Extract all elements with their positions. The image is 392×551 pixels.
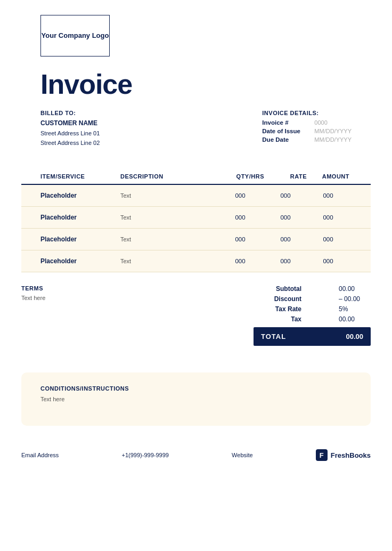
table-row: Placeholder Text 000 000 000	[21, 250, 371, 272]
customer-name: CUSTOMER NAME	[40, 119, 100, 127]
logo-box: Your Company Logo	[40, 15, 110, 56]
total-val: 00.00	[346, 333, 363, 341]
tax-row: Tax 00.00	[254, 315, 371, 323]
summary-section: TERMS Text here Subtotal 00.00 Discount …	[21, 285, 371, 346]
address-line-1: Street Address Line 01	[40, 129, 100, 139]
discount-row: Discount – 00.00	[254, 295, 371, 303]
subtotal-val: 00.00	[339, 285, 371, 293]
rate-0: 000	[264, 192, 307, 199]
col-rate: RATE	[264, 173, 307, 180]
item-3: Placeholder	[40, 257, 120, 265]
billed-to-label: BILLED TO:	[40, 110, 100, 116]
invoice-number-key: Invoice #	[262, 119, 310, 126]
invoice-due-val: MM/DD/YYYY	[314, 136, 352, 143]
col-amount: AMOUNT	[307, 173, 349, 180]
rate-1: 000	[264, 214, 307, 221]
desc-2: Text	[120, 236, 216, 242]
col-qty: QTY/HRS	[216, 173, 264, 180]
amount-1: 000	[307, 214, 349, 221]
footer-website: Website	[232, 452, 253, 458]
address-line-2: Street Address Line 02	[40, 139, 100, 148]
freshbooks-logo: F FreshBooks	[316, 449, 371, 461]
conditions-text: Text here	[40, 396, 352, 402]
freshbooks-icon-letter: F	[320, 451, 324, 459]
invoice-issue-key: Date of Issue	[262, 128, 310, 134]
invoice-issue-row: Date of Issue MM/DD/YYYY	[262, 128, 352, 134]
logo-text: Your Company Logo	[42, 31, 109, 40]
freshbooks-name: FreshBooks	[331, 451, 371, 459]
item-0: Placeholder	[40, 192, 120, 199]
billed-to: BILLED TO: CUSTOMER NAME Street Address …	[40, 110, 100, 148]
invoice-issue-val: MM/DD/YYYY	[314, 128, 352, 134]
invoice-page: Your Company Logo Invoice BILLED TO: CUS…	[0, 15, 392, 551]
totals-block: Subtotal 00.00 Discount – 00.00 Tax Rate…	[254, 285, 371, 346]
qty-2: 000	[216, 236, 264, 242]
terms-block: TERMS Text here	[21, 285, 45, 301]
tax-rate-val: 5%	[339, 305, 371, 313]
item-1: Placeholder	[40, 214, 120, 221]
invoice-due-key: Due Date	[262, 136, 310, 143]
qty-0: 000	[216, 192, 264, 199]
item-2: Placeholder	[40, 236, 120, 243]
desc-3: Text	[120, 258, 216, 264]
terms-label: TERMS	[21, 285, 45, 291]
invoice-number-row: Invoice # 0000	[262, 119, 352, 126]
amount-3: 000	[307, 258, 349, 264]
invoice-details: INVOICE DETAILS: Invoice # 0000 Date of …	[262, 110, 352, 148]
subtotal-key: Subtotal	[254, 285, 301, 293]
tax-rate-key: Tax Rate	[254, 305, 301, 313]
table-row: Placeholder Text 000 000 000	[21, 229, 371, 250]
rate-3: 000	[264, 258, 307, 264]
tax-key: Tax	[254, 315, 301, 323]
discount-val: – 00.00	[339, 295, 371, 303]
conditions-section: CONDITIONS/INSTRUCTIONS Text here	[21, 372, 371, 426]
qty-1: 000	[216, 214, 264, 221]
conditions-label: CONDITIONS/INSTRUCTIONS	[40, 385, 352, 392]
invoice-due-row: Due Date MM/DD/YYYY	[262, 136, 352, 143]
subtotal-row: Subtotal 00.00	[254, 285, 371, 293]
table-header: ITEM/SERVICE DESCRIPTION QTY/HRS RATE AM…	[21, 169, 371, 185]
tax-rate-row: Tax Rate 5%	[254, 305, 371, 313]
amount-2: 000	[307, 236, 349, 242]
invoice-details-label: INVOICE DETAILS:	[262, 110, 352, 116]
total-key: TOTAL	[261, 333, 286, 341]
footer: Email Address +1(999)-999-9999 Website F…	[21, 445, 371, 461]
footer-email: Email Address	[21, 452, 59, 458]
billing-section: BILLED TO: CUSTOMER NAME Street Address …	[40, 110, 352, 148]
qty-3: 000	[216, 258, 264, 264]
table-row: Placeholder Text 000 000 000	[21, 185, 371, 207]
discount-key: Discount	[254, 295, 301, 303]
col-item: ITEM/SERVICE	[40, 173, 120, 180]
rate-2: 000	[264, 236, 307, 242]
invoice-title: Invoice	[40, 68, 392, 100]
total-final: TOTAL 00.00	[254, 327, 371, 346]
table-row: Placeholder Text 000 000 000	[21, 207, 371, 229]
desc-0: Text	[120, 192, 216, 199]
terms-text: Text here	[21, 295, 45, 301]
desc-1: Text	[120, 214, 216, 221]
items-table: ITEM/SERVICE DESCRIPTION QTY/HRS RATE AM…	[21, 169, 371, 272]
table-body: Placeholder Text 000 000 000 Placeholder…	[21, 185, 371, 272]
invoice-number-val: 0000	[314, 119, 327, 126]
col-description: DESCRIPTION	[120, 173, 216, 180]
footer-phone: +1(999)-999-9999	[122, 452, 169, 458]
freshbooks-icon: F	[316, 449, 328, 461]
amount-0: 000	[307, 192, 349, 199]
tax-val: 00.00	[339, 315, 371, 323]
